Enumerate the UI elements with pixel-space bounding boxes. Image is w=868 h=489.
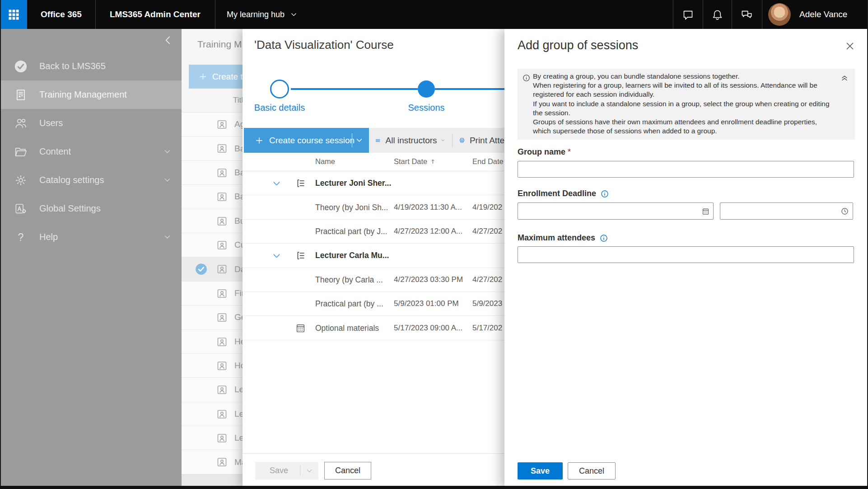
sidebar-item-training-management[interactable]: Training Management <box>0 80 182 109</box>
person-card-icon <box>216 408 228 420</box>
chat-icon <box>682 9 694 21</box>
person-card-icon <box>216 456 228 468</box>
enrollment-time-input[interactable] <box>720 202 853 220</box>
column-header-name[interactable]: Name <box>315 157 335 166</box>
session-group-row[interactable]: Lecturer Joni Sher... <box>243 171 504 195</box>
feedback-button[interactable] <box>732 0 762 29</box>
sidebar-item-global-settings[interactable]: Global Settings <box>0 194 182 223</box>
training-list-row[interactable]: Ge <box>182 306 243 329</box>
sidebar-collapse-button[interactable] <box>162 34 174 46</box>
my-learning-hub-dropdown[interactable]: My learning hub <box>227 0 298 29</box>
info-icon[interactable] <box>599 234 608 243</box>
chevron-down-icon <box>163 176 172 184</box>
selected-check-icon <box>195 263 207 275</box>
create-course-session-button[interactable]: Create course session <box>244 128 369 153</box>
create-training-button[interactable]: Create tra <box>189 65 243 89</box>
office-365-link[interactable]: Office 365 <box>27 0 95 29</box>
sidebar-item-label: Content <box>39 146 71 157</box>
training-list-row[interactable]: Ma <box>182 450 243 474</box>
wizard-step-sessions[interactable] <box>418 80 435 98</box>
training-list-row[interactable]: Bu <box>182 209 243 233</box>
session-row[interactable]: Optional materials5/17/2023 09:00 A...5/… <box>243 316 504 340</box>
training-list-row[interactable]: Ba <box>182 161 243 185</box>
required-asterisk: * <box>568 147 571 157</box>
create-session-dropdown-button[interactable] <box>351 128 368 153</box>
printer-icon <box>459 135 465 146</box>
chevron-down-icon[interactable] <box>441 136 445 144</box>
session-row[interactable]: Practical part (by ...5/9/2023 01:00 PM5… <box>243 292 504 316</box>
close-icon[interactable] <box>844 40 856 52</box>
avatar[interactable] <box>768 3 791 26</box>
wizard-step-connector <box>435 88 504 90</box>
app-launcher-button[interactable] <box>0 0 27 29</box>
session-start-date: 5/17/2023 09:00 A... <box>394 324 462 333</box>
print-attendance-button[interactable]: Print Atte <box>470 136 504 146</box>
lms365-admin-center-link[interactable]: LMS365 Admin Center <box>95 0 215 29</box>
training-title-fragment: Ma <box>234 457 243 467</box>
sidebar-item-label: Training Management <box>39 89 127 100</box>
chevron-left-icon <box>162 34 174 46</box>
help-icon: ? <box>14 230 28 244</box>
training-management-page: Training M Create tra Titl AgBaBaBaBuCuD… <box>182 29 243 489</box>
info-message-box: By creating a group, you can bundle stan… <box>518 69 855 140</box>
instructors-filter[interactable]: All instructors <box>386 136 437 146</box>
sidebar-item-users[interactable]: Users <box>0 109 182 137</box>
sidebar-item-content[interactable]: Content <box>0 137 182 166</box>
training-list-row[interactable]: Lea <box>182 402 243 426</box>
calendar-icon[interactable] <box>701 207 710 216</box>
enrollment-date-input[interactable] <box>518 202 714 220</box>
save-button[interactable]: Save <box>518 462 563 480</box>
training-title-fragment: Bu <box>234 216 243 226</box>
clock-icon[interactable] <box>840 207 849 216</box>
info-message-line: Groups of sessions have their own maximu… <box>533 118 833 127</box>
cancel-button[interactable]: Cancel <box>324 462 371 480</box>
info-icon[interactable] <box>600 189 609 198</box>
info-message-line: When registering for a group, learners w… <box>533 81 833 90</box>
maximum-attendees-input[interactable] <box>518 246 854 263</box>
training-list: AgBaBaBaBuCuDaFirGeHeHoLeaLeaLeaMa <box>182 112 243 475</box>
column-header-start-date[interactable]: Start Date <box>394 157 436 166</box>
sidebar-item-help[interactable]: ?Help <box>0 223 182 251</box>
group-name-input[interactable] <box>518 161 854 178</box>
sidebar: Back to LMS365Training ManagementUsersCo… <box>0 29 182 489</box>
cancel-button[interactable]: Cancel <box>568 462 616 480</box>
sidebar-item-label: Users <box>39 118 63 128</box>
session-row[interactable]: Practical part (by J...4/27/2023 12:00 A… <box>243 220 504 244</box>
training-list-row[interactable]: Cu <box>182 233 243 257</box>
session-row[interactable]: Theory (by Joni Sh...4/19/2023 11:30 A..… <box>243 195 504 219</box>
notifications-button[interactable] <box>703 0 732 29</box>
wizard-step-label-basic-details[interactable]: Basic details <box>243 103 329 113</box>
training-list-row[interactable]: Ba <box>182 185 243 209</box>
sessions-table-header: Name Start Date End Date <box>243 155 504 171</box>
person-card-icon <box>216 360 228 372</box>
column-header-end-date[interactable]: End Date <box>472 157 504 166</box>
session-name: Theory (by Joni Sh... <box>315 202 388 212</box>
chat-button[interactable] <box>673 0 703 29</box>
wizard-step-basic-details[interactable] <box>270 80 289 99</box>
window-border <box>0 0 1 489</box>
save-dropdown-button[interactable] <box>300 462 318 480</box>
training-list-row[interactable]: He <box>182 330 243 354</box>
training-list-row[interactable]: Lea <box>182 426 243 450</box>
training-list-row[interactable]: Ag <box>182 113 243 136</box>
feedback-icon <box>741 9 753 21</box>
session-name: Optional materials <box>315 323 379 333</box>
sidebar-item-catalog-settings[interactable]: Catalog settings <box>0 166 182 194</box>
user-name[interactable]: Adele Vance <box>799 0 847 29</box>
session-group-row[interactable]: Lecturer Carla Mu... <box>243 244 504 268</box>
double-chevron-up-icon[interactable] <box>840 73 849 82</box>
training-list-row[interactable]: Ba <box>182 136 243 160</box>
training-list-row[interactable]: Lea <box>182 378 243 402</box>
training-list-row[interactable]: Ho <box>182 354 243 378</box>
training-list-row[interactable]: Da <box>182 257 243 281</box>
session-start-date: 5/9/2023 01:00 PM <box>394 299 459 308</box>
filter-icon <box>375 135 381 146</box>
training-list-row[interactable]: Fir <box>182 282 243 306</box>
person-card-icon <box>216 432 228 444</box>
session-name: Theory (by Carla ... <box>315 275 383 284</box>
sessions-table-body: Lecturer Joni Sher...Theory (by Joni Sh.… <box>243 171 504 340</box>
session-row[interactable]: Theory (by Carla ...4/27/2023 03:30 PM4/… <box>243 268 504 292</box>
chevron-down-icon <box>290 11 298 19</box>
wizard-step-label-sessions[interactable]: Sessions <box>377 103 476 113</box>
sidebar-item-back-to-lms365[interactable]: Back to LMS365 <box>0 52 182 80</box>
